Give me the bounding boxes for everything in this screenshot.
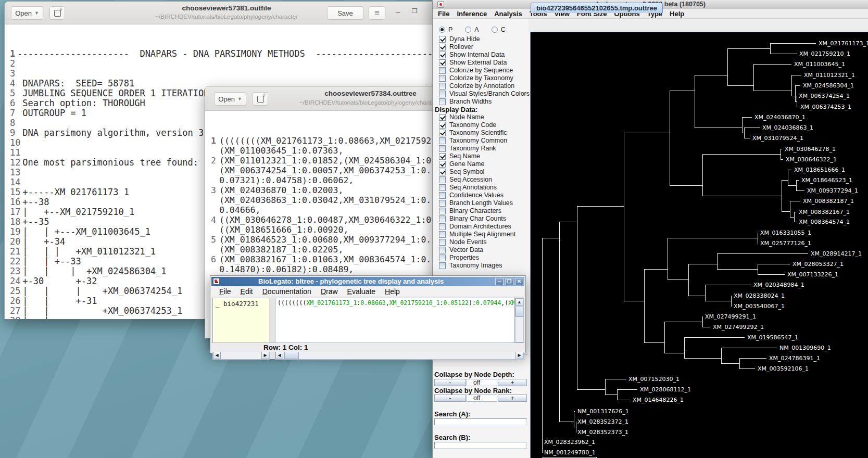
tab-outtree[interactable]: bio4272395646552102655.tmp.outtree <box>531 3 663 13</box>
checkbox-domain-architectures[interactable]: Domain Architectures <box>439 223 511 230</box>
tree-leaf-label[interactable]: XM_006374253_1 <box>800 104 851 110</box>
checkbox-taxonomy-images[interactable]: Taxonomy Images <box>439 262 502 269</box>
tree-leaf-label[interactable]: XM_028352373_1 <box>577 429 628 436</box>
tree-leaf-label[interactable]: XM_025777126_1 <box>760 240 811 247</box>
menu-item-file[interactable]: File <box>215 287 236 296</box>
tree-leaf-label[interactable]: XM_003540067_1 <box>734 303 785 310</box>
checkbox-seq-name[interactable]: Seq Name <box>439 152 480 160</box>
menu-item-analysis[interactable]: Analysis <box>490 9 525 19</box>
scroll-left-button[interactable]: ◀ <box>213 351 221 359</box>
search-a-input[interactable] <box>434 418 527 425</box>
collapse-rank-minus-button[interactable]: - <box>434 395 466 402</box>
tree-leaf-label[interactable]: XM_028914217_1 <box>811 250 862 257</box>
checkbox-seq-accession[interactable]: Seq Accession <box>439 176 492 183</box>
checkbox-vector-data[interactable]: Vector Data <box>439 246 483 253</box>
biolegato-titlebar[interactable]: BioLegato: bltree - phylogenetic tree di… <box>211 277 524 286</box>
collapse-depth-plus-button[interactable]: + <box>498 379 527 386</box>
tree-leaf-label[interactable]: XM_024036863_1 <box>762 124 813 131</box>
checkbox-rollover[interactable]: Rollover <box>439 43 473 50</box>
checkbox-branch-widths[interactable]: Branch Widths <box>439 98 492 105</box>
tree-leaf-label[interactable]: XM_003592106_1 <box>758 365 809 372</box>
tree-leaf-label[interactable]: NM_001309690_1 <box>779 345 831 351</box>
menu-item-file[interactable]: File <box>434 9 453 19</box>
checkbox-taxonomy-rank[interactable]: Taxonomy Rank <box>439 145 496 152</box>
checkbox-gene-name[interactable]: Gene Name <box>439 160 484 168</box>
checkbox-dyna-hide[interactable]: Dyna Hide <box>439 35 480 43</box>
editor1-save-button[interactable]: Save <box>327 6 363 20</box>
tree-leaf-label[interactable]: XM_028068112_1 <box>640 386 691 393</box>
editor1-minimize-button[interactable]: – <box>396 7 400 16</box>
biolegato-minimize-button[interactable]: – <box>495 278 504 285</box>
tree-leaf-label[interactable]: XM_028352372_1 <box>577 418 628 425</box>
checkbox-taxonomy-code[interactable]: Taxonomy Code <box>439 121 496 129</box>
scroll-thumb[interactable] <box>515 307 523 317</box>
tree-leaf-label[interactable]: XM_008382187_1 <box>803 198 854 205</box>
checkbox-properties[interactable]: Properties <box>439 254 479 261</box>
tree-leaf-label[interactable]: NM_001317626_1 <box>577 408 629 415</box>
scroll-left-button[interactable]: ◀ <box>275 351 283 359</box>
tree-leaf-label[interactable]: XM_009377294_1 <box>807 187 858 194</box>
checkbox-branch-length-values[interactable]: Branch Length Values <box>439 199 513 207</box>
checkbox-colorize-by-annotation[interactable]: Colorize by Annotation <box>439 82 514 90</box>
menu-item-documentation[interactable]: Documentation <box>258 287 316 296</box>
search-b-input[interactable] <box>434 442 527 449</box>
tree-leaf-label[interactable]: XM_024786391_1 <box>769 355 820 362</box>
checkbox-seq-annotations[interactable]: Seq Annotations <box>439 184 497 191</box>
menu-item-draw[interactable]: Draw <box>316 287 343 296</box>
tree-leaf-label[interactable]: XM_021761173_1 <box>819 40 868 47</box>
radio-c[interactable] <box>492 27 498 33</box>
biolegato-maximize-button[interactable]: ❒ <box>505 278 513 285</box>
tree-leaf-label[interactable]: XM_021759210_1 <box>799 50 850 57</box>
tree-leaf-label[interactable]: XM_030646322_1 <box>786 156 837 163</box>
tree-leaf-label[interactable]: XM_006374254_1 <box>799 93 850 99</box>
tree-leaf-label[interactable]: XM_030646278_1 <box>785 146 836 152</box>
tree-leaf-label[interactable]: XM_016331055_1 <box>760 230 811 236</box>
checkbox-taxonomy-scientific[interactable]: Taxonomy Scientific <box>439 129 507 136</box>
tree-leaf-label[interactable]: XM_027499291_1 <box>705 313 756 320</box>
list-h-scrollbar[interactable]: ◀ ▶ <box>212 351 270 360</box>
checkbox-visual-styles-branch-colors[interactable]: Visual Styles/Branch Colors <box>439 90 530 97</box>
tree-canvas[interactable]: XM_021761173_1XM_021759210_1XM_011003645… <box>530 32 868 458</box>
menu-item-help[interactable]: Help <box>666 9 688 19</box>
tree-leaf-label[interactable]: XM_019586547_1 <box>747 334 798 341</box>
checkbox-taxonomy-common[interactable]: Taxonomy Common <box>439 137 507 144</box>
tree-leaf-label[interactable]: XM_027499292_1 <box>713 324 764 330</box>
menu-item-inference[interactable]: Inference <box>453 9 490 19</box>
text-h-scrollbar[interactable]: ◀ ▶ <box>275 351 524 360</box>
checkbox-show-external-data[interactable]: Show External Data <box>439 59 507 66</box>
collapse-depth-minus-button[interactable]: - <box>434 379 466 386</box>
biolegato-close-button[interactable]: ✕ <box>515 278 523 285</box>
tree-leaf-label[interactable]: XM_011012321_1 <box>804 72 855 79</box>
tree-leaf-label[interactable]: XM_018651666_1 <box>794 167 845 173</box>
tree-leaf-label[interactable]: XM_008364574_1 <box>799 219 850 225</box>
scroll-right-button[interactable]: ▶ <box>261 351 269 359</box>
tree-leaf-label[interactable]: XM_028338024_1 <box>734 292 785 299</box>
menu-item-evaluate[interactable]: Evaluate <box>343 287 381 296</box>
checkbox-seq-symbol[interactable]: Seq Symbol <box>439 168 484 175</box>
scroll-up-button[interactable]: ▲ <box>515 298 523 306</box>
checkbox-show-internal-data[interactable]: Show Internal Data <box>439 51 505 58</box>
scroll-thumb[interactable] <box>284 351 299 359</box>
checkbox-colorize-by-sequence[interactable]: Colorize by Sequence <box>439 67 513 74</box>
tree-leaf-label[interactable]: XM_028323962_1 <box>544 439 595 446</box>
list-item[interactable]: _ bio427231 <box>216 300 259 308</box>
tree-leaf-label[interactable]: XM_008382167_1 <box>799 209 850 215</box>
tree-leaf-label[interactable]: XM_011003645_1 <box>794 61 845 68</box>
checkbox-binary-characters[interactable]: Binary Characters <box>439 207 501 214</box>
tree-leaf-label[interactable]: XM_024586304_1 <box>803 82 854 89</box>
tree-leaf-label[interactable]: XM_018646523_1 <box>801 177 852 184</box>
tree-leaf-label[interactable]: XM_028053327_1 <box>792 261 844 268</box>
scroll-right-button[interactable]: ▶ <box>515 351 523 359</box>
editor1-menu-button[interactable]: ☰ <box>369 6 385 20</box>
menu-item-edit[interactable]: Edit <box>236 287 258 296</box>
menu-item-help[interactable]: Help <box>380 287 405 296</box>
tree-leaf-label[interactable]: XM_007152030_1 <box>628 376 680 383</box>
tree-leaf-label[interactable]: XM_024036870_1 <box>754 114 806 121</box>
checkbox-multiple-seq-alignment[interactable]: Multiple Seq Alignment <box>439 231 515 238</box>
checkbox-binary-char-counts[interactable]: Binary Char Counts <box>439 215 506 222</box>
tree-leaf-label[interactable]: NM_001249780_1 <box>544 449 596 456</box>
checkbox-node-events[interactable]: Node Events <box>439 238 487 246</box>
checkbox-colorize-by-taxonomy[interactable]: Colorize by Taxonomy <box>439 74 513 82</box>
editor1-maximize-button[interactable]: ❒ <box>412 7 418 15</box>
collapse-rank-plus-button[interactable]: + <box>498 395 527 402</box>
